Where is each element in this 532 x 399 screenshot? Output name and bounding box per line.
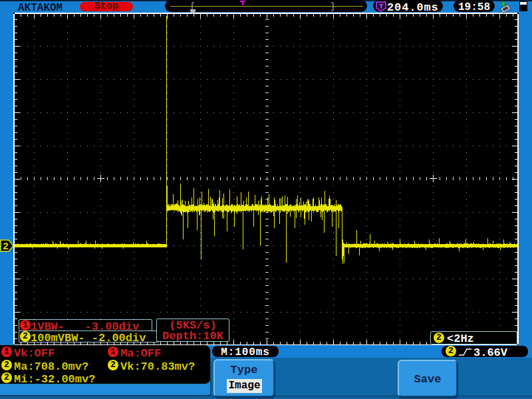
svg-text:T: T — [379, 3, 384, 11]
svg-text:2: 2 — [3, 241, 9, 253]
